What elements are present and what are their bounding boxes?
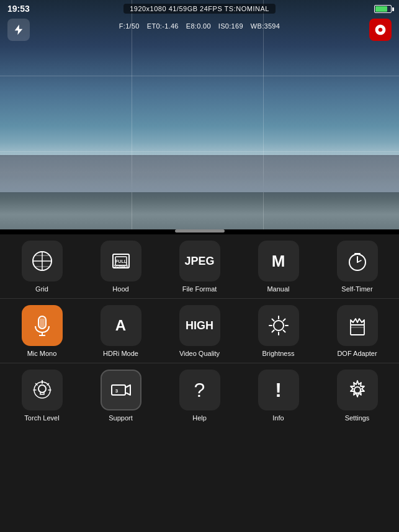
file-format-item[interactable]: JPEG File Format	[169, 241, 231, 293]
hood-icon: FULL SCREEN	[109, 249, 133, 273]
help-icon: ?	[194, 379, 205, 402]
panel-handle[interactable]	[175, 229, 225, 233]
torch-level-item[interactable]: Torch Level	[11, 370, 73, 422]
camera-params-bar: F:1/50ET0:-1.46E8:0.00IS0:169WB:3594	[0, 22, 399, 30]
hood-icon-box: FULL SCREEN	[101, 241, 141, 282]
manual-icon-box: M	[258, 241, 299, 282]
file-format-icon-box: JPEG	[179, 241, 220, 282]
video-quality-label: Video Quality	[179, 350, 220, 358]
info-label: Info	[272, 414, 284, 422]
dof-adapter-icon-box	[337, 305, 378, 346]
grid-icon	[30, 249, 54, 273]
svg-rect-18	[40, 319, 45, 327]
svg-line-27	[272, 330, 274, 332]
svg-text:FULL: FULL	[115, 259, 127, 264]
camera-stats: 1920x1080 41/59GB 24FPS TS:NOMINAL	[123, 4, 276, 14]
mic-icon	[30, 314, 54, 337]
info-icon: !	[275, 379, 282, 402]
file-format-label: File Format	[182, 285, 217, 293]
svg-rect-37	[112, 385, 125, 395]
grid-icon-box	[22, 241, 63, 282]
support-label: Support	[109, 414, 133, 422]
manual-label: Manual	[267, 285, 289, 293]
mic-mono-item[interactable]: Mic Mono	[11, 305, 73, 358]
hood-item[interactable]: FULL SCREEN Hood	[90, 241, 152, 293]
torch-level-label: Torch Level	[24, 414, 59, 422]
info-item[interactable]: ! Info	[248, 370, 310, 422]
brightness-label: Brightness	[262, 350, 295, 358]
dof-adapter-item[interactable]: DOF Adapter	[326, 305, 388, 358]
hdri-mode-icon-box: A	[101, 305, 141, 346]
help-item[interactable]: ? Help	[169, 370, 231, 422]
icon-row-1: Grid FULL SCREEN Hood JPEG File Format M	[0, 234, 399, 298]
brightness-icon	[267, 314, 290, 337]
svg-line-24	[272, 319, 274, 321]
icon-row-3: Torch Level 3 Support ? Help !	[0, 363, 399, 427]
svg-line-26	[283, 319, 285, 321]
mic-mono-label: Mic Mono	[27, 350, 57, 358]
timer-icon	[346, 249, 369, 273]
support-icon-box: 3	[101, 370, 141, 410]
grid-item[interactable]: Grid	[11, 241, 73, 293]
torch-icon	[30, 378, 54, 402]
manual-item[interactable]: M Manual	[248, 241, 310, 293]
dof-icon	[346, 314, 369, 337]
settings-item[interactable]: Settings	[326, 370, 388, 422]
svg-point-31	[38, 385, 46, 392]
video-quality-icon: HIGH	[186, 319, 213, 332]
dof-adapter-label: DOF Adapter	[337, 350, 377, 358]
support-item[interactable]: 3 Support	[90, 370, 152, 422]
bottom-controls-panel: Grid FULL SCREEN Hood JPEG File Format M	[0, 234, 399, 532]
video-quality-item[interactable]: HIGH Video Quality	[169, 305, 231, 358]
camera-info-bar: 1920x1080 41/59GB 24FPS TS:NOMINAL	[0, 4, 399, 14]
video-quality-icon-box: HIGH	[179, 305, 220, 346]
settings-icon-box	[337, 370, 378, 410]
support-icon: 3	[109, 378, 133, 402]
brightness-icon-box	[258, 305, 299, 346]
hdri-icon: A	[115, 317, 126, 334]
settings-label: Settings	[345, 414, 370, 422]
brightness-item[interactable]: Brightness	[248, 305, 310, 358]
mic-mono-icon-box	[22, 305, 63, 346]
svg-rect-28	[351, 325, 364, 335]
svg-line-25	[283, 330, 285, 332]
icon-row-2: Mic Mono A HDRi Mode HIGH Video Quality	[0, 299, 399, 363]
settings-icon	[346, 378, 369, 402]
self-timer-label: Self-Timer	[341, 285, 372, 293]
svg-point-39	[354, 387, 361, 393]
camera-viewfinder	[0, 0, 399, 229]
hood-label: Hood	[112, 285, 128, 293]
help-label: Help	[192, 414, 207, 422]
self-timer-icon-box	[337, 241, 378, 282]
hdri-mode-label: HDRi Mode	[103, 350, 138, 358]
info-icon-box: !	[258, 370, 299, 410]
jpeg-icon: JPEG	[184, 255, 214, 268]
help-icon-box: ?	[179, 370, 220, 410]
svg-text:3: 3	[115, 388, 118, 394]
torch-level-icon-box	[22, 370, 63, 410]
manual-icon: M	[272, 252, 285, 271]
grid-label: Grid	[35, 285, 48, 293]
self-timer-item[interactable]: Self-Timer	[326, 241, 388, 293]
hdri-mode-item[interactable]: A HDRi Mode	[90, 305, 152, 358]
svg-point-19	[274, 321, 284, 330]
svg-text:SCREEN: SCREEN	[114, 264, 128, 268]
